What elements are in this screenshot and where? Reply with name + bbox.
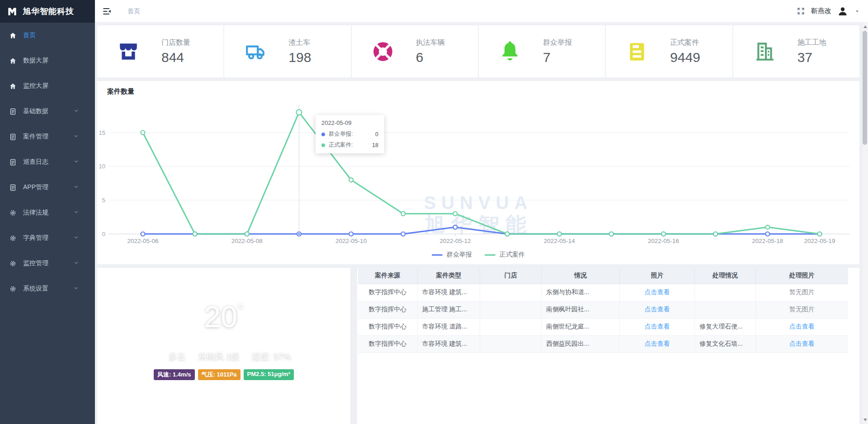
legend-item[interactable]: 正式案件 [485,251,525,259]
case-table: 案件来源案件类型门店情况照片处理情况处理照片数字指挥中心市容环境 建筑...东侧… [358,268,848,353]
weather-badge: PM2.5: 51μg/m³ [244,369,294,380]
table-header-row: 案件来源案件类型门店情况照片处理情况处理照片 [358,268,848,284]
table-cell: 市容环境 建筑... [422,340,467,347]
sidebar-item-label: 案件管理 [23,133,48,141]
view-photo-link[interactable]: 点击查看 [645,288,670,295]
logo: 旭华智能科技 [0,0,95,23]
scrollbar [862,23,868,424]
collapse-icon [102,6,112,16]
table-cell: 南侧枫叶园社... [546,305,590,313]
column-header: 门店 [480,268,541,284]
column-header: 处理照片 [755,268,848,284]
chart-title: 案件数量 [107,87,859,95]
stat-card: 渣土车198 [224,25,350,77]
chevron-down-icon [73,158,80,165]
home-icon [9,82,17,90]
fullscreen-icon [797,7,805,15]
legend-label: 正式案件 [500,251,525,259]
sidebar-item-5[interactable]: 巡查日志 [0,149,95,175]
form-icon [9,184,17,191]
table-cell: 市容环境 道路... [422,323,467,330]
truck-icon [244,40,267,63]
sidebar-item-3[interactable]: 基础数据 [0,99,95,124]
table-cell: 数字指挥中心 [368,323,406,330]
sidebar-item-10[interactable]: 系统设置 [0,276,95,301]
chart-legend: 群众举报正式案件 [97,251,859,259]
table-cell: 修复大理石便... [699,323,743,330]
view-photo-link[interactable]: 点击查看 [789,323,815,330]
chevron-down-icon [73,107,80,114]
clipboard-icon [626,40,648,63]
table-cell: 修复文化石墙... [699,340,743,347]
sidebar-item-7[interactable]: 法律法规 [0,200,95,225]
gear-icon [9,209,17,217]
user-menu-caret-icon[interactable] [854,8,860,14]
view-photo-link[interactable]: 点击查看 [645,340,670,347]
svg-text:10: 10 [99,163,105,170]
chevron-down-icon [73,133,80,139]
sidebar-item-8[interactable]: 字典管理 [0,225,95,251]
chevron-down-icon [73,209,80,215]
stat-label: 门店数量 [161,38,190,48]
sidebar-item-2[interactable]: 监控大屏 [0,73,95,99]
svg-text:2022-05-12: 2022-05-12 [439,238,471,244]
lifebuoy-icon [372,40,394,63]
column-header: 照片 [620,268,695,284]
gear-icon [9,260,17,267]
svg-text:2022-05-18: 2022-05-18 [752,238,783,244]
avatar[interactable] [837,6,848,17]
chevron-down-icon [73,259,80,266]
column-header: 案件类型 [417,268,480,284]
sidebar-item-9[interactable]: 监控管理 [0,251,95,276]
svg-text:0: 0 [102,231,105,238]
stat-value: 198 [288,50,311,65]
breadcrumb[interactable]: 首页 [127,7,140,15]
svg-text:2022-05-19: 2022-05-19 [804,238,835,244]
scrollbar-down-arrow[interactable] [862,417,868,423]
table-cell: 数字指挥中心 [368,340,406,347]
tooltip-row: 群众举报:0 [321,130,378,138]
app-title: 旭华智能科技 [23,6,74,17]
stat-label: 群众举报 [543,38,572,48]
topbar: 首页 靳燕改 [95,0,868,23]
stat-label: 正式案件 [670,38,700,48]
svg-text:5: 5 [102,197,105,204]
table-cell: 市容环境 建筑... [422,288,467,295]
caret-down-icon [854,8,860,14]
view-photo-link[interactable]: 点击查看 [645,323,670,330]
sidebar-item-1[interactable]: 数据大屏 [0,48,95,73]
view-photo-link[interactable]: 点击查看 [645,305,670,313]
sidebar-item-6[interactable]: APP管理 [0,175,95,200]
legend-item[interactable]: 群众举报 [432,251,472,259]
username[interactable]: 靳燕改 [811,7,831,15]
fullscreen-button[interactable] [797,7,805,15]
chart-area: SUNVUA 旭华智能 0510152022-05-062022-05-0820… [97,99,859,248]
stat-label: 施工工地 [797,38,826,48]
svg-text:15: 15 [99,129,105,136]
tooltip-series-value: 18 [372,142,378,148]
form-icon [9,133,17,141]
sidebar-item-label: 基础数据 [23,107,48,115]
sidebar-item-0[interactable]: 首页 [0,23,95,48]
logo-icon [6,5,18,17]
sidebar-item-label: 字典管理 [23,234,48,242]
home-icon [9,32,17,39]
stat-value: 844 [161,50,190,65]
divider [245,353,246,361]
view-photo-link[interactable]: 点击查看 [789,340,815,347]
table-row: 数字指挥中心施工管理 施工...南侧枫叶园社...点击查看暂无图片 [358,301,848,318]
stat-card: 施工工地37 [733,25,859,77]
stat-value: 6 [416,50,445,65]
main-content: 门店数量844渣土车198执法车辆6群众举报7正式案件9449施工工地37 案件… [95,23,862,424]
series-dot [321,133,325,136]
scrollbar-thumb[interactable] [863,31,867,145]
svg-text:2022-05-06: 2022-05-06 [127,238,158,244]
scrollbar-up-arrow[interactable] [862,24,868,30]
temperature: 20° [97,293,350,333]
sidebar-item-label: 监控管理 [23,259,48,267]
column-header: 处理情况 [695,268,755,284]
sidebar-item-4[interactable]: 案件管理 [0,124,95,149]
sidebar-collapse-button[interactable] [102,6,112,16]
gear-icon [9,285,17,293]
stat-card: 群众举报7 [479,25,605,77]
